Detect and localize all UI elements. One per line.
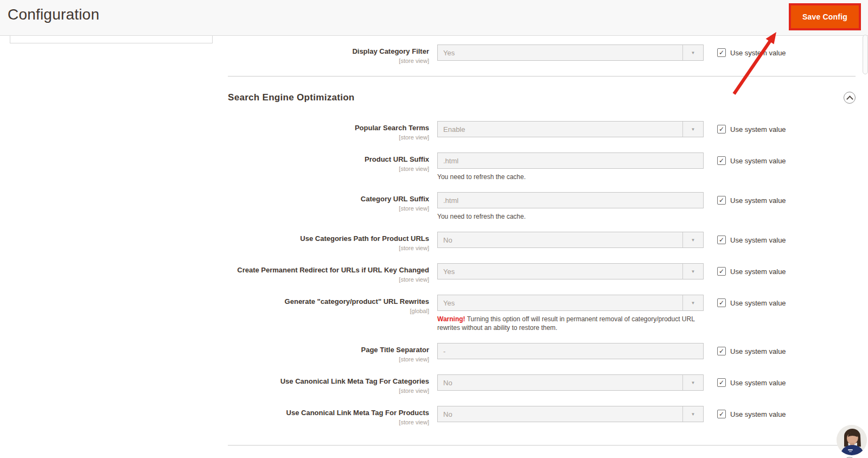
use-system-value: ✓ Use system value [717, 406, 786, 418]
select-field[interactable]: Yes ▼ [437, 44, 704, 61]
field-cell: Yes ▼ [437, 263, 704, 279]
select-field[interactable]: No ▼ [437, 232, 704, 248]
field-scope: [store view] [399, 356, 429, 362]
use-system-value: ✓ Use system value [717, 232, 786, 244]
text-field[interactable]: - [437, 343, 704, 359]
use-system-value-checkbox[interactable]: ✓ [717, 236, 726, 244]
field-label: Page Title Separator [228, 346, 429, 354]
config-row: Use Canonical Link Meta Tag For Products… [228, 406, 856, 427]
checkmark-icon: ✓ [719, 157, 724, 164]
use-system-value-checkbox[interactable]: ✓ [717, 156, 726, 165]
select-value: Yes [438, 299, 682, 307]
dropdown-arrow-icon: ▼ [682, 375, 703, 390]
use-system-value: ✓ Use system value [717, 263, 786, 276]
select-field[interactable]: Yes ▼ [437, 295, 704, 311]
config-row: Use Canonical Link Meta Tag For Categori… [228, 374, 856, 395]
checkmark-icon: ✓ [719, 126, 724, 132]
field-label-cell: Generate "category/product" URL Rewrites… [228, 295, 437, 315]
checkmark-icon: ✓ [719, 49, 724, 56]
field-label-cell: Product URL Suffix [store view] [228, 152, 437, 173]
text-field[interactable]: .html [437, 192, 704, 208]
field-scope: [store view] [399, 58, 429, 64]
field-scope: [store view] [399, 205, 429, 212]
use-system-value: ✓ Use system value [717, 44, 786, 57]
use-system-value-checkbox[interactable]: ✓ [717, 48, 726, 57]
field-label-cell: Use Canonical Link Meta Tag For Categori… [228, 374, 437, 395]
field-warning: Warning! Turning this option off will re… [437, 315, 698, 332]
section-header[interactable]: Category Top Navigation [228, 445, 856, 458]
select-field[interactable]: No ▼ [437, 406, 704, 422]
use-system-value-label: Use system value [730, 236, 786, 244]
checkmark-icon: ✓ [719, 237, 724, 243]
store-scope-box [10, 35, 213, 43]
field-label: Generate "category/product" URL Rewrites [228, 297, 429, 306]
field-label-cell: Page Title Separator [store view] [228, 343, 437, 364]
field-note: You need to refresh the cache. [437, 173, 698, 181]
dropdown-arrow-icon: ▼ [682, 122, 703, 137]
config-row: Page Title Separator [store view] - ✓ Us… [228, 343, 856, 364]
config-row: Product URL Suffix [store view] .html Yo… [228, 152, 856, 181]
select-value: Enable [438, 125, 682, 133]
collapse-chevron-icon[interactable] [844, 92, 856, 104]
use-system-value-checkbox[interactable]: ✓ [717, 267, 726, 276]
use-system-value-checkbox[interactable]: ✓ [717, 378, 726, 387]
scrollbar-thumb[interactable] [863, 35, 868, 74]
field-scope: [store view] [399, 245, 429, 251]
use-system-value-checkbox[interactable]: ✓ [717, 298, 726, 307]
field-label: Product URL Suffix [228, 155, 429, 163]
field-cell: Yes ▼ Warning! Turning this option off w… [437, 295, 704, 332]
text-field-value: - [438, 347, 703, 355]
warning-text: Turning this option off will result in p… [437, 315, 694, 332]
field-label: Use Categories Path for Product URLs [228, 234, 429, 243]
select-value: No [438, 379, 682, 387]
field-label-cell: Popular Search Terms [store view] [228, 121, 437, 142]
select-field[interactable]: No ▼ [437, 374, 704, 391]
field-cell: Yes ▼ [437, 44, 704, 61]
field-scope: [store view] [399, 276, 429, 283]
field-cell: No ▼ [437, 374, 704, 391]
use-system-value: ✓ Use system value [717, 295, 786, 307]
select-value: No [438, 236, 682, 244]
text-field[interactable]: .html [437, 152, 704, 169]
presenter-avatar-icon [837, 425, 867, 455]
dropdown-arrow-icon: ▼ [682, 45, 703, 60]
section-header[interactable]: Search Engine Optimization [228, 76, 856, 121]
checkmark-icon: ✓ [719, 300, 724, 306]
save-config-button[interactable]: Save Config [791, 5, 859, 28]
checkmark-icon: ✓ [719, 197, 724, 203]
dropdown-arrow-icon: ▼ [682, 295, 703, 310]
checkmark-icon: ✓ [719, 379, 724, 386]
use-system-value-checkbox[interactable]: ✓ [717, 410, 726, 418]
field-label: Use Canonical Link Meta Tag For Products [228, 409, 429, 417]
use-system-value-label: Use system value [730, 49, 786, 57]
select-field[interactable]: Yes ▼ [437, 263, 704, 279]
field-cell: .html You need to refresh the cache. [437, 192, 704, 221]
field-label-cell: Category URL Suffix [store view] [228, 192, 437, 213]
use-system-value-checkbox[interactable]: ✓ [717, 125, 726, 133]
use-system-value-checkbox[interactable]: ✓ [717, 196, 726, 205]
use-system-value-label: Use system value [730, 196, 786, 205]
config-section: Category Top Navigation [228, 445, 856, 458]
use-system-value-label: Use system value [730, 157, 786, 165]
use-system-value-checkbox[interactable]: ✓ [717, 347, 726, 355]
field-label-cell: Create Permanent Redirect for URLs if UR… [228, 263, 437, 284]
text-field-value: .html [438, 157, 703, 165]
use-system-value: ✓ Use system value [717, 343, 786, 355]
field-scope: [store view] [399, 387, 429, 394]
checkmark-icon: ✓ [719, 268, 724, 275]
use-system-value-label: Use system value [730, 410, 786, 418]
use-system-value: ✓ Use system value [717, 192, 786, 205]
field-cell: .html You need to refresh the cache. [437, 152, 704, 181]
field-cell: Enable ▼ [437, 121, 704, 137]
chevron-up-icon [846, 96, 853, 103]
page-header: Configuration Save Config [0, 0, 868, 36]
select-value: No [438, 410, 682, 418]
checkmark-icon: ✓ [719, 348, 724, 354]
field-label: Create Permanent Redirect for URLs if UR… [228, 266, 429, 274]
config-row: Generate "category/product" URL Rewrites… [228, 295, 856, 332]
page-title: Configuration [8, 6, 99, 23]
annotation-highlight-box: Save Config [789, 3, 861, 30]
select-field[interactable]: Enable ▼ [437, 121, 704, 137]
field-scope: [store view] [399, 134, 429, 141]
config-row: Create Permanent Redirect for URLs if UR… [228, 263, 856, 284]
